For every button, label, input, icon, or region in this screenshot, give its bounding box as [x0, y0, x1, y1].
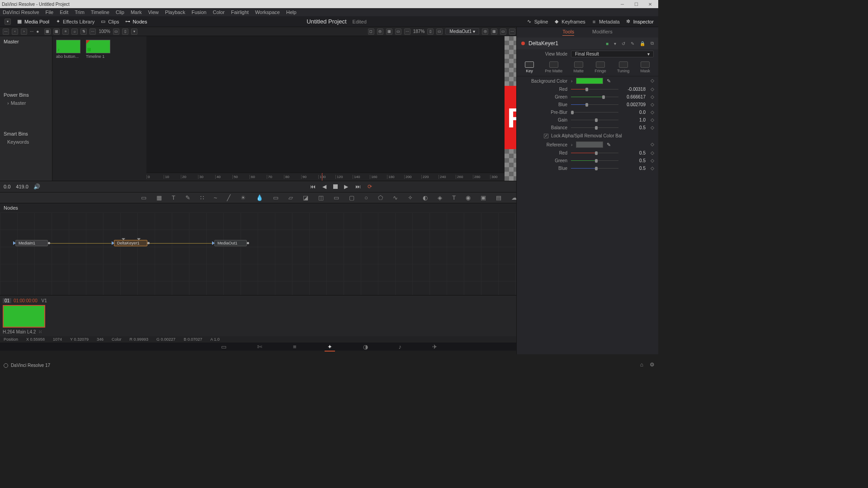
- gain-slider[interactable]: [571, 118, 618, 122]
- keyframe-icon[interactable]: [651, 166, 654, 170]
- time-ruler[interactable]: 0 10 20 30 40 50 60 70 80 90 100 120 140…: [146, 173, 505, 181]
- page-fairlight-icon[interactable]: ♪: [399, 343, 402, 350]
- tool-line-icon[interactable]: ╱: [227, 194, 231, 201]
- subtab-mask[interactable]: Mask: [640, 61, 650, 73]
- lock-icon[interactable]: 🔒: [640, 41, 645, 46]
- tool-image3d-icon[interactable]: ▣: [481, 194, 486, 201]
- ref-red-value[interactable]: 0.5: [622, 150, 647, 155]
- clips-toggle[interactable]: ▭ Clips: [100, 19, 119, 25]
- chevron-down-icon[interactable]: ▾: [614, 41, 616, 46]
- frame-icon[interactable]: ▭: [500, 28, 506, 35]
- tool-wand-icon[interactable]: ✧: [408, 194, 413, 201]
- tool-deltakeyer-icon[interactable]: ◈: [438, 194, 442, 201]
- layout-menu-icon[interactable]: ▾: [5, 19, 11, 25]
- slider-dot[interactable]: ●: [36, 29, 39, 34]
- inspector-toggle[interactable]: ✲ Inspector: [625, 19, 654, 25]
- eyedropper-icon[interactable]: ✎: [607, 142, 611, 148]
- thumb-view-icon[interactable]: ▦: [44, 28, 51, 35]
- grid-b-icon[interactable]: ▦: [386, 28, 392, 35]
- list-view-icon[interactable]: ≡: [62, 28, 69, 35]
- balance-value[interactable]: 0.5: [622, 125, 647, 130]
- master-bin[interactable]: Master: [0, 36, 52, 47]
- menu-item[interactable]: Fairlight: [231, 9, 249, 15]
- lock-alpha-row[interactable]: ✓ Lock Alpha/Spill Removal Color Bal: [517, 131, 658, 140]
- loop-icon[interactable]: ⟳: [367, 183, 373, 190]
- keyframe-icon[interactable]: [651, 103, 654, 106]
- tool-background-icon[interactable]: ▭: [141, 194, 146, 201]
- subtab-matte[interactable]: Matte: [574, 61, 584, 73]
- node-mediaout[interactable]: MediaOut1: [214, 240, 247, 246]
- tool-resize-icon[interactable]: ◫: [318, 194, 324, 201]
- checkbox-icon[interactable]: ✓: [544, 134, 548, 138]
- menu-item[interactable]: Clip: [116, 9, 124, 15]
- page-cut-icon[interactable]: ✄: [257, 343, 262, 350]
- keyframe-icon[interactable]: [651, 126, 654, 129]
- tool-fastnoise-icon[interactable]: ▦: [156, 194, 162, 201]
- spline-toggle[interactable]: ∿ Spline: [526, 19, 548, 25]
- view-mode-dropdown[interactable]: Final Result▾: [571, 51, 654, 57]
- tool-3d-icon[interactable]: T: [452, 194, 456, 201]
- bin-options-icon[interactable]: ⋯: [3, 28, 9, 35]
- viewer-left[interactable]: 0 10 20 30 40 50 60 70 80 90 100 120 140…: [146, 36, 505, 181]
- dots-icon[interactable]: ⋯: [404, 28, 410, 35]
- tool-polygon-icon[interactable]: ⬠: [378, 194, 383, 201]
- smart-bin-keywords[interactable]: Keywords: [0, 138, 52, 145]
- versions-icon[interactable]: ⧉: [651, 41, 654, 46]
- node-mediain[interactable]: MediaIn1: [15, 240, 48, 246]
- menu-item[interactable]: File: [46, 9, 54, 15]
- ref-blue-slider[interactable]: [571, 166, 618, 171]
- tool-text-icon[interactable]: T: [172, 194, 175, 201]
- tool-shape3d-icon[interactable]: ◉: [466, 194, 471, 201]
- go-start-icon[interactable]: ⏮: [310, 183, 316, 190]
- sort-icon[interactable]: ⇅: [80, 28, 87, 35]
- go-end-icon[interactable]: ⏭: [355, 183, 361, 190]
- green-slider[interactable]: [571, 95, 618, 99]
- dual-icon[interactable]: ▭: [436, 28, 443, 35]
- ref-green-value[interactable]: 0.5: [622, 158, 647, 163]
- speaker-icon[interactable]: 🔊: [34, 183, 40, 190]
- keyframe-icon[interactable]: [651, 118, 654, 122]
- power-bins-header[interactable]: Power Bins: [0, 90, 52, 99]
- project-settings-icon[interactable]: ⚙: [650, 361, 655, 368]
- page-fusion-icon[interactable]: ✦: [327, 343, 332, 350]
- preblur-slider[interactable]: [571, 110, 618, 115]
- safe-area-icon[interactable]: ▭: [395, 28, 401, 35]
- tab-modifiers[interactable]: Modifiers: [592, 29, 613, 36]
- page-edit-icon[interactable]: ≡: [293, 343, 297, 350]
- red-slider[interactable]: [571, 87, 618, 92]
- tool-paint-icon[interactable]: ✎: [185, 194, 190, 201]
- keyframe-icon[interactable]: [651, 79, 654, 83]
- power-bins-master[interactable]: ›Master: [0, 99, 52, 107]
- keyframe-icon[interactable]: [651, 87, 654, 91]
- page-color-icon[interactable]: ◑: [363, 343, 368, 350]
- tool-tracker-icon[interactable]: ∷: [200, 194, 204, 201]
- ref-blue-value[interactable]: 0.5: [622, 166, 647, 171]
- step-back-icon[interactable]: ◀: [321, 183, 328, 190]
- menu-item[interactable]: View: [148, 9, 159, 15]
- keyframe-icon[interactable]: [651, 110, 654, 114]
- menu-dots-icon[interactable]: ⋯: [90, 28, 96, 35]
- globe-icon[interactable]: ◎: [377, 28, 383, 35]
- snap-icon[interactable]: ◎: [482, 28, 488, 35]
- nav-back-icon[interactable]: ‹: [12, 28, 18, 35]
- viewer-source-dropdown[interactable]: MediaOut1 ▾: [445, 28, 479, 35]
- grid2-icon[interactable]: ▦: [491, 28, 497, 35]
- split-icon[interactable]: ▯: [122, 28, 128, 35]
- playhead[interactable]: [322, 173, 322, 181]
- smart-bins-header[interactable]: Smart Bins: [0, 129, 52, 138]
- close-icon[interactable]: ✕: [644, 0, 656, 8]
- menu-item[interactable]: Color: [213, 9, 225, 15]
- keyframes-toggle[interactable]: ◆ Keyframes: [553, 19, 585, 25]
- node-deltakeyer[interactable]: DeltaKeyer1: [114, 240, 147, 246]
- play-icon[interactable]: ▶: [343, 183, 349, 190]
- tool-brightness-icon[interactable]: ☀: [241, 194, 246, 201]
- keyframe-icon[interactable]: [651, 159, 654, 162]
- metadata-toggle[interactable]: ≡ Metadata: [591, 19, 620, 25]
- tab-tools[interactable]: Tools: [562, 29, 574, 36]
- menu-item[interactable]: Fusion: [192, 9, 207, 15]
- maximize-icon[interactable]: ☐: [630, 0, 642, 8]
- nodes-toggle[interactable]: ⊶ Nodes: [125, 19, 147, 25]
- tool-ellipse-icon[interactable]: ○: [364, 194, 368, 201]
- search-icon[interactable]: ⌕: [71, 28, 78, 35]
- menu-item[interactable]: Workspace: [255, 9, 280, 15]
